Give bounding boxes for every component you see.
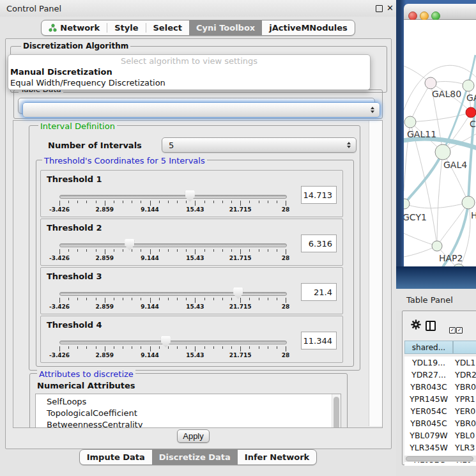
slider-tick (105, 249, 105, 254)
column-header-name[interactable]: n (453, 341, 476, 354)
tab-jactivemnodules[interactable]: jActiveMNodules (262, 20, 355, 35)
tab-cyni-toolbox[interactable]: Cyni Toolbox (189, 20, 262, 35)
network-edge[interactable] (410, 83, 431, 122)
select-columns-icons[interactable]: ✓✓ (449, 322, 463, 334)
slider-tick-label: -3.426 (40, 255, 79, 261)
cell-shared-name: YBR045C (404, 417, 453, 429)
dropdown-option-manual-discretization[interactable]: Manual Discretization (8, 67, 370, 78)
table-row[interactable]: YDR27...YDR2 (404, 369, 476, 381)
slider-tick-label: 21.715 (221, 352, 259, 358)
threshold-3-slider-track[interactable] (59, 292, 287, 296)
cell-name: YBR0 (455, 417, 476, 429)
network-node-H-partial[interactable] (462, 196, 475, 209)
cell-name: YBL0 (455, 429, 476, 441)
threshold-2-slider-track[interactable] (59, 243, 287, 247)
cell-shared-name: YLR345W (404, 441, 453, 454)
combo-arrows-icon (347, 142, 351, 148)
slider-tick (204, 201, 205, 203)
slider-tick-label: 28 (266, 255, 305, 261)
slider-tick (195, 346, 196, 351)
threshold-3-label: Threshold 3 (47, 272, 102, 281)
network-node-GAL80[interactable] (425, 77, 436, 89)
zoom-traffic-light-icon[interactable] (431, 12, 440, 20)
network-node-red-node[interactable] (466, 107, 476, 118)
list-item[interactable]: SelfLoops (36, 394, 341, 408)
slider-tick (150, 201, 151, 206)
minimize-traffic-light-icon[interactable] (420, 12, 429, 20)
dropdown-option-equal-width-frequency[interactable]: Equal Width/Frequency Discretization (8, 78, 370, 89)
cell-name: YPR1 (455, 393, 476, 405)
network-canvas[interactable]: GAL80GACGAL11GAL4GCY1HHAP2 (404, 20, 476, 266)
slider-tick (132, 249, 132, 252)
gear-icon[interactable] (410, 319, 422, 330)
threshold-4-value-field[interactable]: 11.344 (301, 332, 337, 349)
threshold-1-value-field[interactable]: 14.713 (301, 186, 337, 204)
list-item[interactable]: BetweennessCentrality (36, 419, 341, 428)
network-node-GAL4[interactable] (435, 144, 450, 160)
slider-ticks (59, 298, 286, 303)
table-row[interactable]: YLR345WYLR3 (404, 441, 476, 454)
close-icon[interactable]: ✕ (387, 3, 394, 13)
network-edge[interactable] (410, 112, 471, 122)
slider-tick (268, 201, 268, 203)
table-row[interactable]: YPR145WYPR1 (404, 393, 476, 405)
cell-shared-name: YDR27... (404, 369, 453, 381)
threshold-1-label: Threshold 1 (47, 174, 102, 184)
tab-impute-data[interactable]: Impute Data (80, 450, 152, 464)
table-row[interactable]: YBR045CYBR0 (404, 417, 476, 429)
network-node-label: GCY1 (404, 212, 427, 222)
tab-style[interactable]: Style (107, 20, 145, 35)
slider-tick (277, 346, 277, 349)
threshold-1-slider-track[interactable] (59, 195, 287, 199)
table-row[interactable]: YER054CYER0 (404, 405, 476, 417)
number-of-intervals-combobox[interactable]: 5 (162, 137, 357, 153)
slider-tick-labels: -3.4262.8599.14415.4321.71528 (41, 352, 342, 359)
column-header-shared-name[interactable]: shared... (404, 341, 453, 354)
apply-button[interactable]: Apply (177, 429, 210, 443)
slider-tick (59, 298, 60, 303)
network-node-bottom-node[interactable] (453, 264, 464, 266)
threshold-3-value-field[interactable]: 21.4 (301, 283, 337, 301)
slider-tick-label: 21.715 (221, 303, 259, 310)
table-horizontal-scrollbar[interactable] (404, 456, 476, 462)
float-window-icon[interactable] (376, 5, 383, 12)
cell-shared-name: YER054C (404, 405, 453, 417)
slider-tick (231, 298, 232, 300)
threshold-4-slider-track[interactable] (59, 341, 287, 344)
slider-tick (77, 201, 78, 203)
settings-scroll-area: Interval Definition Number of Intervals … (13, 120, 383, 428)
close-traffic-light-icon[interactable] (408, 12, 417, 20)
scrollbar-thumb[interactable] (406, 456, 473, 461)
network-node-GA-partial[interactable] (463, 80, 474, 91)
algorithm-combobox[interactable] (22, 102, 380, 118)
table-row[interactable]: YDL19...YDL1 (404, 357, 476, 369)
cell-shared-name: YDL19... (404, 357, 453, 369)
number-of-intervals-value: 5 (169, 141, 174, 150)
network-node-HAP2[interactable] (432, 241, 442, 251)
slider-tick (77, 298, 78, 300)
threshold-2-value-field[interactable]: 6.316 (301, 234, 337, 252)
list-item[interactable]: TopologicalCoefficient (36, 408, 341, 419)
network-edge-highlighted[interactable] (404, 152, 443, 204)
threshold-2-box: Threshold 2 -3.4262.8599.14415.4321.7152… (40, 219, 343, 266)
table-row[interactable]: YBL079WYBL0 (404, 429, 476, 441)
tab-select[interactable]: Select (146, 20, 189, 35)
table-row[interactable]: YBR043CYBR0 (404, 381, 476, 393)
tab-network[interactable]: Network (42, 20, 107, 35)
slider-tick (268, 346, 268, 349)
slider-tick-label: 15.43 (176, 303, 214, 310)
checkbox-icon: ✓ (449, 327, 456, 334)
slider-tick (177, 249, 178, 252)
slider-tick (222, 346, 223, 349)
slider-tick-label: 28 (266, 303, 305, 310)
settings-scrollbar[interactable] (369, 121, 383, 426)
network-edge[interactable] (437, 152, 443, 246)
slider-tick (159, 249, 160, 252)
tab-discretize-data[interactable]: Discretize Data (152, 450, 238, 464)
slider-tick (277, 249, 277, 252)
list-scrollbar[interactable] (332, 394, 341, 428)
show-columns-icon[interactable] (426, 321, 436, 331)
network-node-GAL11[interactable] (404, 116, 416, 128)
network-edge[interactable] (404, 203, 468, 208)
tab-infer-network[interactable]: Infer Network (238, 450, 316, 464)
